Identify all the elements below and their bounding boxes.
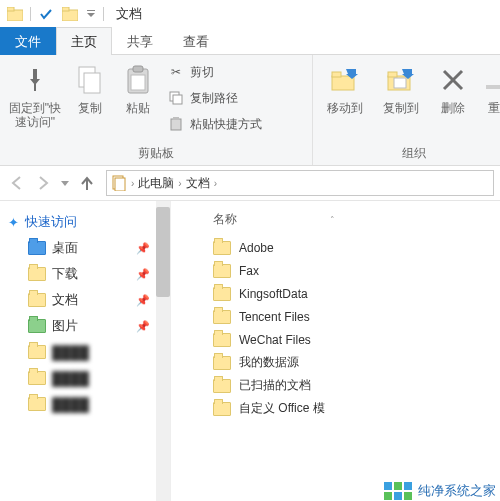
rename-icon [484,63,500,97]
folder-icon [28,319,46,333]
pin-indicator-icon: 📌 [136,242,150,255]
ribbon-tabs: 文件 主页 共享 查看 [0,28,500,55]
delete-icon [440,63,466,97]
organize-group-label: 组织 [319,144,500,163]
quick-access-header[interactable]: ✦ 快速访问 [6,209,170,235]
file-row[interactable]: WeChat Files [189,328,494,351]
nav-item-label: ████ [52,371,89,386]
copy-path-button[interactable]: 复制路径 [164,87,266,109]
crumb-documents[interactable]: 文档› [186,175,217,192]
qat-divider2 [103,7,104,21]
rename-label: 重 [488,101,500,115]
nav-item-documents[interactable]: 文档 📌 [6,287,170,313]
navigation-pane: ✦ 快速访问 桌面 📌 下载 📌 文档 📌 图片 📌 ████ [0,201,171,501]
pin-to-quick-access-button[interactable]: 固定到"快 速访问" [6,59,64,129]
file-name: WeChat Files [239,333,311,347]
delete-label: 删除 [441,101,465,115]
documents-icon [111,175,127,191]
copy-icon [76,63,104,97]
svg-rect-2 [62,10,78,21]
nav-back-button[interactable] [6,172,28,194]
nav-recent-dropdown[interactable] [58,172,72,194]
pin-label: 固定到"快 速访问" [9,101,61,129]
folder-icon [213,264,231,278]
watermark-logo-icon [384,482,412,500]
paste-button[interactable]: 粘贴 [116,59,160,115]
folder-icon [213,287,231,301]
ribbon: 固定到"快 速访问" 复制 粘贴 ✂ 剪切 [0,55,500,166]
ribbon-group-organize: 移动到 复制到 删除 重 组织 [313,55,500,165]
svg-rect-13 [131,75,145,90]
file-row[interactable]: Adobe [189,236,494,259]
folder-icon [28,371,46,385]
folder-icon [6,5,24,23]
file-name: Fax [239,264,259,278]
copy-button[interactable]: 复制 [68,59,112,115]
move-to-icon [330,63,360,97]
nav-item-downloads[interactable]: 下载 📌 [6,261,170,287]
folder-icon [28,267,46,281]
cut-label: 剪切 [190,64,214,81]
file-row[interactable]: KingsoftData [189,282,494,305]
qat-dropdown-icon[interactable] [85,5,97,23]
svg-rect-10 [84,73,100,93]
crumb-pc[interactable]: 此电脑› [138,175,181,192]
tab-view[interactable]: 查看 [168,27,224,55]
address-bar[interactable]: › 此电脑› 文档› [106,170,494,196]
quick-access-label: 快速访问 [25,213,77,231]
file-name: 已扫描的文档 [239,377,311,394]
svg-rect-12 [133,66,143,72]
nav-scrollbar-thumb[interactable] [156,207,170,297]
tab-home[interactable]: 主页 [56,27,112,55]
file-row[interactable]: Fax [189,259,494,282]
svg-marker-26 [61,181,69,186]
nav-item-label: 图片 [52,317,78,335]
svg-rect-8 [34,84,36,91]
qat-folder-icon[interactable] [61,5,79,23]
move-to-label: 移动到 [327,101,363,115]
clipboard-group-label: 剪贴板 [6,144,306,163]
clipboard-small-buttons: ✂ 剪切 复制路径 粘贴快捷方式 [164,59,266,135]
paste-shortcut-button[interactable]: 粘贴快捷方式 [164,113,266,135]
crumb-root[interactable]: › [131,178,134,189]
watermark-text: 纯净系统之家 [418,482,496,500]
nav-forward-button[interactable] [32,172,54,194]
folder-icon [213,310,231,324]
copy-to-button[interactable]: 复制到 [375,59,427,115]
column-name[interactable]: 名称 ˄ [213,211,494,228]
nav-item-blurred[interactable]: ████ [6,365,170,391]
svg-rect-3 [62,7,69,11]
file-row[interactable]: Tencent Files [189,305,494,328]
svg-rect-0 [7,10,23,21]
move-to-button[interactable]: 移动到 [319,59,371,115]
tab-file[interactable]: 文件 [0,27,56,55]
file-row[interactable]: 自定义 Office 模 [189,397,494,420]
svg-rect-15 [173,95,182,104]
copy-path-label: 复制路径 [190,90,238,107]
file-row[interactable]: 已扫描的文档 [189,374,494,397]
nav-item-pictures[interactable]: 图片 📌 [6,313,170,339]
svg-rect-16 [171,119,181,130]
file-list-pane: 名称 ˄ Adobe Fax KingsoftData Tencent File… [171,201,500,501]
svg-rect-21 [388,72,397,77]
folder-icon [213,379,231,393]
rename-button[interactable]: 重 [479,59,500,115]
nav-scrollbar[interactable] [156,201,170,501]
copy-to-icon [386,63,416,97]
svg-rect-4 [87,10,95,11]
file-row[interactable]: 我的数据源 [189,351,494,374]
sort-chevron-icon: ˄ [330,215,335,225]
cut-button[interactable]: ✂ 剪切 [164,61,266,83]
file-name: 自定义 Office 模 [239,400,325,417]
tab-share[interactable]: 共享 [112,27,168,55]
svg-rect-29 [115,178,125,191]
qat-properties-icon[interactable] [37,5,55,23]
nav-item-label: 下载 [52,265,78,283]
nav-item-blurred[interactable]: ████ [6,339,170,365]
folder-icon [213,356,231,370]
nav-up-button[interactable] [76,172,98,194]
copy-to-label: 复制到 [383,101,419,115]
nav-item-blurred[interactable]: ████ [6,391,170,417]
delete-button[interactable]: 删除 [431,59,475,115]
nav-item-desktop[interactable]: 桌面 📌 [6,235,170,261]
